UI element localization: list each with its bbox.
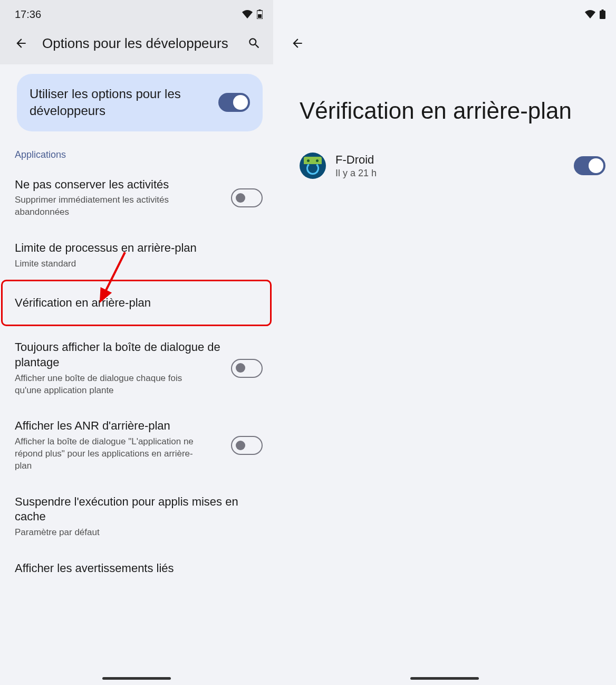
- status-icons: [242, 9, 263, 19]
- svg-rect-4: [602, 9, 604, 11]
- page-title: Vérification en arrière-plan: [273, 64, 616, 145]
- master-toggle-switch[interactable]: [218, 93, 250, 112]
- svg-rect-5: [600, 11, 605, 19]
- setting-title: Vérification en arrière-plan: [15, 296, 252, 311]
- setting-desc: Afficher une boîte de dialogue chaque fo…: [15, 373, 205, 397]
- setting-title: Ne pas conserver les activités: [15, 177, 220, 193]
- settings-content[interactable]: Utiliser les options pour les développeu…: [0, 64, 273, 685]
- status-bar: 17:36: [0, 0, 273, 26]
- setting-title: Toujours afficher la boîte de dialogue d…: [15, 340, 220, 370]
- setting-show-warnings[interactable]: Afficher les avertissements liés: [0, 547, 273, 585]
- wifi-icon: [242, 10, 253, 18]
- battery-icon: [600, 9, 605, 19]
- setting-desc: Afficher la boîte de dialogue "L'applica…: [15, 436, 205, 472]
- setting-title: Suspendre l'exécution pour applis mises …: [15, 494, 252, 525]
- setting-desc: Limite standard: [15, 258, 205, 270]
- status-time: 17:36: [15, 8, 41, 21]
- app-bar: [273, 26, 616, 64]
- status-bar: [273, 0, 616, 26]
- setting-bg-process-limit[interactable]: Limite de processus en arrière-plan Limi…: [0, 227, 273, 282]
- app-toggle-switch[interactable]: [574, 156, 605, 175]
- master-toggle-label: Utiliser les options pour les développeu…: [30, 85, 188, 120]
- nav-handle[interactable]: [102, 677, 171, 680]
- setting-desc: Paramètre par défaut: [15, 527, 205, 539]
- svg-rect-2: [258, 14, 262, 18]
- search-button[interactable]: [244, 33, 265, 54]
- app-row-fdroid[interactable]: F-Droid Il y a 21 h: [273, 145, 616, 186]
- search-icon: [247, 36, 261, 50]
- app-bar: Options pour les développeurs: [0, 26, 273, 64]
- setting-bg-check[interactable]: Vérification en arrière-plan: [0, 282, 273, 325]
- setting-show-bg-anr[interactable]: Afficher les ANR d'arrière-plan Afficher…: [0, 405, 273, 480]
- page-title: Options pour les développeurs: [42, 35, 244, 52]
- arrow-back-icon: [14, 36, 28, 50]
- setting-suspend-cached[interactable]: Suspendre l'exécution pour applis mises …: [0, 481, 273, 547]
- arrow-back-icon: [291, 36, 304, 50]
- setting-show-crash-dialog[interactable]: Toujours afficher la boîte de dialogue d…: [0, 324, 273, 405]
- app-icon: [300, 153, 326, 179]
- setting-title: Afficher les ANR d'arrière-plan: [15, 418, 220, 434]
- app-name: F-Droid: [335, 153, 574, 167]
- setting-desc: Supprimer immédiatement les activités ab…: [15, 194, 205, 218]
- nav-handle[interactable]: [410, 677, 479, 680]
- setting-title: Afficher les avertissements liés: [15, 561, 252, 576]
- section-header: Applications: [0, 143, 273, 169]
- back-button[interactable]: [287, 33, 308, 54]
- wifi-icon: [585, 10, 595, 18]
- status-icons: [585, 9, 605, 19]
- setting-title: Limite de processus en arrière-plan: [15, 241, 252, 256]
- back-button[interactable]: [11, 33, 32, 54]
- toggle-switch[interactable]: [231, 436, 263, 455]
- left-screen: 17:36 Options pour les développeurs Util…: [0, 0, 273, 685]
- battery-icon: [257, 9, 263, 19]
- app-meta: Il y a 21 h: [335, 168, 574, 179]
- toggle-switch[interactable]: [231, 359, 263, 378]
- master-toggle[interactable]: Utiliser les options pour les développeu…: [17, 74, 263, 131]
- setting-no-keep-activities[interactable]: Ne pas conserver les activités Supprimer…: [0, 169, 273, 227]
- toggle-switch[interactable]: [231, 188, 263, 207]
- right-screen: Vérification en arrière-plan F-Droid Il …: [273, 0, 616, 685]
